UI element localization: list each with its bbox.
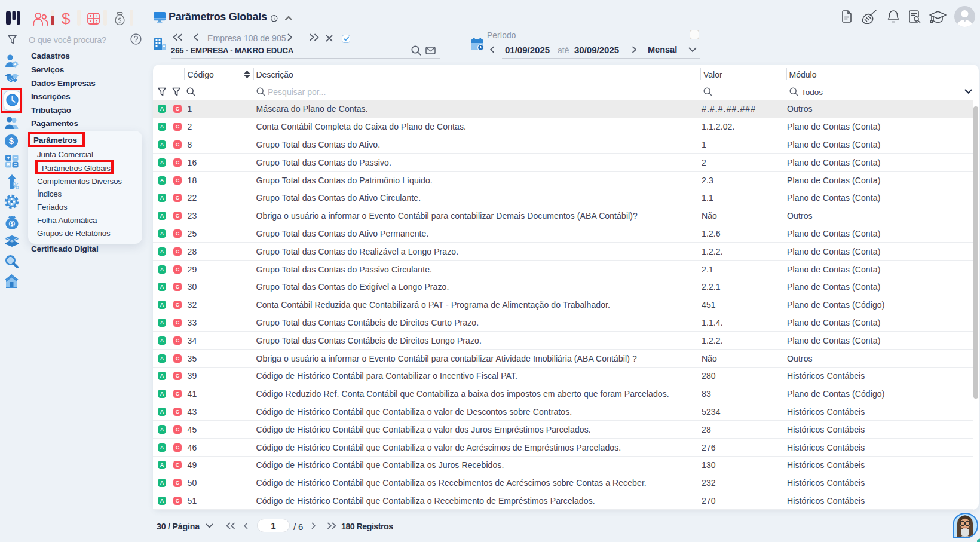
svg-text:$: $	[9, 136, 14, 146]
svg-text:$: $	[10, 221, 13, 227]
